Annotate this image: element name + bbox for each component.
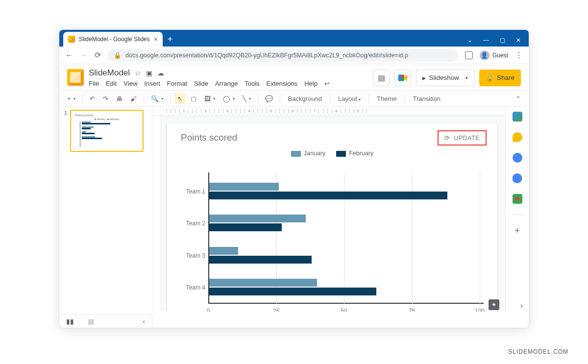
legend-item-january: January xyxy=(291,150,325,157)
redo-button[interactable]: ↷ xyxy=(100,93,111,104)
x-tick-label: 100 xyxy=(475,308,485,312)
menu-tools[interactable]: Tools xyxy=(245,80,259,87)
y-category-label: Team 3 xyxy=(181,252,205,259)
vertical-ruler xyxy=(152,116,161,312)
reload-icon[interactable]: ⟳ xyxy=(95,50,101,60)
collapse-toolbar-icon[interactable]: ⌃ xyxy=(513,93,524,104)
side-panel: + xyxy=(505,107,529,312)
menu-slide[interactable]: Slide xyxy=(194,80,208,87)
play-icon: ▸ xyxy=(422,74,426,82)
browser-tab[interactable]: SlideModel - Google Slides × xyxy=(63,32,163,47)
share-label: Share xyxy=(497,74,514,81)
zoom-button[interactable]: 🔍 xyxy=(148,93,166,104)
maximize-icon[interactable]: ▢ xyxy=(500,37,505,44)
workspace: 1 Points scored ■ January ■ February ┊┊┊… xyxy=(59,107,529,312)
print-button[interactable]: 🖶 xyxy=(113,93,125,104)
address-bar[interactable]: 🔒 docs.google.com/presentation/d/1Qqd92Q… xyxy=(108,49,458,62)
chart-plot: 0255075100Team 1Team 2Team 3Team 4 xyxy=(181,172,484,312)
comment-history-button[interactable]: ▤ xyxy=(373,70,390,86)
background-button[interactable]: Background xyxy=(284,93,326,104)
svg-rect-2 xyxy=(402,74,405,77)
grid-view-icon[interactable]: ▦ xyxy=(88,317,94,325)
meet-button[interactable] xyxy=(394,70,411,86)
menu-help[interactable]: Help xyxy=(304,80,318,87)
x-tick-label: 25 xyxy=(273,308,279,312)
close-window-icon[interactable]: ✕ xyxy=(516,37,521,44)
star-icon[interactable]: ☆ xyxy=(135,69,141,77)
x-tick-label: 50 xyxy=(341,308,347,312)
lock-icon: 🔒 xyxy=(486,74,494,82)
x-tick-label: 75 xyxy=(409,308,415,312)
collapse-panel-icon[interactable]: ‹ xyxy=(143,317,145,325)
update-label: UPDATE xyxy=(454,135,480,142)
explore-button[interactable]: ✦ xyxy=(489,299,499,310)
slide-number: 1 xyxy=(64,110,67,309)
chart-update-button[interactable]: ⟳ UPDATE xyxy=(438,130,487,146)
menu-bar: File Edit View Insert Format Slide Arran… xyxy=(89,80,368,87)
add-addon-icon[interactable]: + xyxy=(513,226,522,236)
profile-badge[interactable]: 👤 Guest xyxy=(480,50,508,60)
menu-extensions[interactable]: Extensions xyxy=(267,80,298,87)
move-icon[interactable]: ▣ xyxy=(146,69,152,77)
gridline xyxy=(480,172,480,304)
undo-button[interactable]: ↶ xyxy=(87,93,98,104)
canvas-area: ┊┊┊┊1┊┊┊┊2┊┊┊┊3┊┊┊┊4┊┊┊┊5┊┊┊┊6┊┊┊┊7┊┊┊┊8… xyxy=(152,107,505,312)
theme-button[interactable]: Theme xyxy=(373,93,400,104)
select-tool[interactable]: ↖ xyxy=(174,93,186,104)
menu-file[interactable]: File xyxy=(89,80,99,87)
menu-format[interactable]: Format xyxy=(167,80,187,87)
layout-button[interactable]: Layout xyxy=(334,93,365,104)
legend-item-february: February xyxy=(336,150,373,157)
menu-edit[interactable]: Edit xyxy=(106,80,117,87)
bar-january xyxy=(209,183,279,191)
slide-panel: 1 Points scored ■ January ■ February xyxy=(59,107,152,312)
maps-icon[interactable] xyxy=(513,194,522,204)
image-tool[interactable]: 🖼 xyxy=(201,93,218,104)
textbox-tool[interactable]: ▢ xyxy=(188,93,199,104)
calendar-icon[interactable] xyxy=(513,112,522,121)
contacts-icon[interactable] xyxy=(513,173,522,183)
slideshow-dropdown-icon[interactable]: ▾ xyxy=(466,75,468,80)
watermark: SLIDEMODEL.COM xyxy=(508,348,568,355)
bar-february xyxy=(209,256,312,264)
comment-button[interactable]: 💬 xyxy=(262,93,276,104)
paint-format-button[interactable]: 🖌 xyxy=(127,93,140,104)
y-category-label: Team 4 xyxy=(181,284,205,291)
doc-title[interactable]: SlideModel xyxy=(89,68,130,78)
new-slide-button[interactable]: + xyxy=(64,93,78,104)
slide-thumbnail[interactable]: Points scored ■ January ■ February xyxy=(70,110,144,152)
slide-canvas[interactable]: Points scored ⟳ UPDATE January February … xyxy=(167,123,497,312)
forward-icon[interactable]: → xyxy=(80,51,88,60)
slideshow-button[interactable]: ▸ Slideshow ▾ xyxy=(416,70,474,86)
minimize-icon[interactable]: — xyxy=(483,37,489,44)
transition-button[interactable]: Transition xyxy=(409,93,445,104)
filmstrip-view-icon[interactable]: ▮▮ xyxy=(66,317,74,325)
bar-january xyxy=(209,247,238,255)
bar-february xyxy=(209,288,376,295)
sidepanel-collapse-icon[interactable]: › xyxy=(520,301,523,310)
tab-close-icon[interactable]: × xyxy=(154,35,158,43)
url-text: docs.google.com/presentation/d/1Qqd92QB2… xyxy=(125,52,408,59)
keep-icon[interactable] xyxy=(513,132,522,142)
kebab-menu-icon[interactable]: ⋮ xyxy=(515,50,523,60)
share-button[interactable]: 🔒 Share xyxy=(479,70,521,86)
last-edit-icon[interactable]: ↩ xyxy=(324,80,330,87)
extension-icon[interactable] xyxy=(465,51,473,59)
back-icon[interactable]: ← xyxy=(65,51,73,60)
line-tool[interactable]: ╲ xyxy=(240,93,254,104)
slides-logo-icon[interactable] xyxy=(67,69,84,86)
toolbar: + ↶ ↷ 🖶 🖌 🔍 ↖ ▢ 🖼 ◯ ╲ 💬 Background Layou… xyxy=(59,90,529,107)
menu-arrange[interactable]: Arrange xyxy=(215,80,238,87)
y-category-label: Team 1 xyxy=(181,188,205,195)
x-axis xyxy=(208,303,484,304)
new-tab-button[interactable]: + xyxy=(168,34,173,45)
tasks-icon[interactable] xyxy=(513,153,522,163)
bar-february xyxy=(209,223,282,231)
chevron-down-icon[interactable]: ⌄ xyxy=(467,37,472,44)
cloud-status-icon[interactable]: ☁ xyxy=(157,69,164,77)
menu-view[interactable]: View xyxy=(123,80,137,87)
menu-insert[interactable]: Insert xyxy=(144,80,160,87)
shape-tool[interactable]: ◯ xyxy=(220,93,238,104)
bar-january xyxy=(209,215,306,222)
chart-legend: January February xyxy=(167,150,497,157)
